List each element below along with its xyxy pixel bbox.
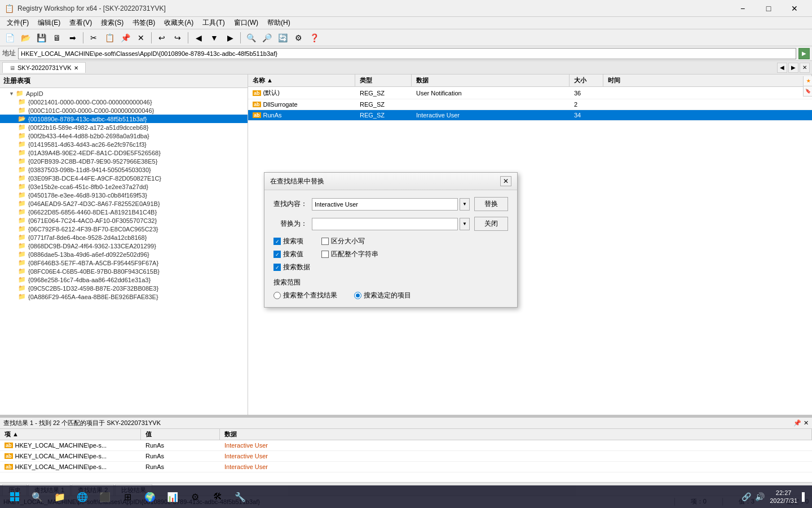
tree-item[interactable]: 📁 {0968e258-16c7-4dba-aa86-462dd61e31a3} <box>0 275 248 284</box>
taskbar-gear[interactable]: ⚙ <box>185 487 205 507</box>
address-input[interactable] <box>18 48 796 59</box>
tree-item[interactable]: 📁 {0A886F29-465A-4aea-8B8E-BE926BFAE83E} <box>0 292 248 301</box>
menu-edit[interactable]: 编辑(E) <box>33 17 65 29</box>
tree-item-selected[interactable]: 📂 {0010890e-8789-413c-adbc-48f5b511b3af} <box>0 115 248 123</box>
tb-delete[interactable]: ✕ <box>134 31 148 45</box>
result-row[interactable]: ab HKEY_LOCAL_MACHINE\pe-s... RunAs Inte… <box>0 451 812 462</box>
value-row-runas[interactable]: ab RunAs REG_SZ Interactive User 34 <box>248 110 812 121</box>
maximize-button[interactable]: □ <box>756 0 782 17</box>
close-dialog-button[interactable]: 关闭 <box>474 217 508 231</box>
close-button[interactable]: ✕ <box>782 0 807 17</box>
taskbar-tool2[interactable]: 🔧 <box>230 487 250 507</box>
tree-item[interactable]: 📁 {020FB939-2C8B-4DB7-9E90-9527966E38E5} <box>0 157 248 165</box>
tb-save[interactable]: 💾 <box>34 31 48 45</box>
checkbox-whole-string[interactable]: 匹配整个字符串 <box>321 249 378 259</box>
tree-item[interactable]: 📁 {0671E064-7C24-4AC0-AF10-0F3055707C32} <box>0 216 248 225</box>
show-desktop-button[interactable]: ▌ <box>802 492 807 501</box>
tb-help[interactable]: ❓ <box>307 31 321 45</box>
taskbar-folders[interactable]: 📁 <box>50 487 70 507</box>
tree-item[interactable]: 📁 {03e15b2e-cca6-451c-8fb0-1e2ee37a27dd} <box>0 182 248 191</box>
tree-item[interactable]: 📁 {00f2b433-44e4-4d88-b2b0-2698a0a91dba} <box>0 132 248 140</box>
tb-forward[interactable]: ➡ <box>65 31 80 45</box>
taskbar-chrome[interactable]: 🌐 <box>72 487 92 507</box>
tb-dropdown[interactable]: ▼ <box>207 31 222 45</box>
start-button[interactable] <box>5 487 25 507</box>
tb-settings[interactable]: ⚙ <box>291 31 306 45</box>
tab-prev-button[interactable]: ◀ <box>777 63 787 73</box>
col-name[interactable]: 名称 ▲ <box>248 75 355 86</box>
tree-item[interactable]: 📁 {0868DC9B-D9A2-4f64-9362-133CEA201299} <box>0 242 248 250</box>
col-size[interactable]: 大小 <box>570 75 603 86</box>
tb-copy[interactable]: 📋 <box>102 31 117 45</box>
result-row[interactable]: ab HKEY_LOCAL_MACHINE\pe-s... RunAs Inte… <box>0 440 812 451</box>
taskbar-terminal[interactable]: ⬛ <box>95 487 115 507</box>
tree-item[interactable]: 📁 {0450178e-e3ee-46d8-9130-c0b84f169f53} <box>0 191 248 199</box>
tb-undo[interactable]: ↩ <box>155 31 169 45</box>
tree-item[interactable]: 📁 {03837503-098b-11d8-9414-505054503030} <box>0 165 248 174</box>
dialog-close-button[interactable]: ✕ <box>500 176 511 186</box>
tb-paste[interactable]: 📌 <box>118 31 133 45</box>
menu-file[interactable]: 文件(F) <box>2 17 33 29</box>
col-data[interactable]: 数据 <box>412 75 570 86</box>
menu-search[interactable]: 搜索(S) <box>96 17 128 29</box>
menu-favorites[interactable]: 收藏夹(A) <box>160 17 198 29</box>
tree-item[interactable]: 📁 {0771f7af-8de6-4bce-9528-2d4a12cb8168} <box>0 233 248 242</box>
checkbox-search-data[interactable]: ✓ 搜索数据 <box>273 262 310 272</box>
tree-item[interactable]: 📁 {00f22b16-589e-4982-a172-a51d9dcceb68} <box>0 123 248 132</box>
tray-volume[interactable]: 🔊 <box>754 491 765 502</box>
tree-item[interactable]: 📁 {0886dae5-13ba-49d6-a6ef-d0922e502d96} <box>0 250 248 259</box>
tb-open[interactable]: 📂 <box>18 31 33 45</box>
tb-new[interactable]: 📄 <box>2 31 17 45</box>
sidebar-star-icon[interactable]: ★ <box>804 76 812 86</box>
col-time[interactable]: 时间 <box>603 75 812 86</box>
col-data[interactable]: 数据 <box>220 429 812 440</box>
tb-refresh[interactable]: 🔄 <box>275 31 290 45</box>
tb-back[interactable]: ◀ <box>191 31 206 45</box>
tree-item[interactable]: 📁 {08FC06E4-C6B5-40BE-97B0-B80F943C615B} <box>0 267 248 275</box>
tree-item[interactable]: 📁 {06C792F8-6212-4F39-BF70-E8C0AC965C23} <box>0 225 248 233</box>
taskbar-search[interactable]: 🔍 <box>27 487 47 507</box>
close-results-button[interactable]: ✕ <box>804 419 809 427</box>
menu-view[interactable]: 查看(V) <box>65 17 96 29</box>
tab-close-button[interactable]: ✕ <box>74 65 78 71</box>
taskbar-registry[interactable]: 🛠 <box>208 487 228 507</box>
main-tab[interactable]: 🖥 SKY-20220731YVK ✕ <box>2 62 86 73</box>
tree-item[interactable]: 📁 {08F646B3-5E7F-4B7A-A5CB-F95445F9F67A} <box>0 259 248 267</box>
tree-item[interactable]: 📁 {03E09F3B-DCE4-44FE-A9CF-82D050827E1C} <box>0 174 248 182</box>
value-row-dllsurrogate[interactable]: ab DllSurrogate REG_SZ 2 <box>248 99 812 110</box>
find-dropdown-button[interactable]: ▼ <box>460 198 470 211</box>
checkbox-case-sensitive[interactable]: 区分大小写 <box>321 237 378 246</box>
tree-item[interactable]: 📁 {01419581-4d63-4d43-ac26-6e2fc976c1f3} <box>0 140 248 148</box>
col-type[interactable]: 类型 <box>355 75 412 86</box>
sidebar-bookmark-icon[interactable]: 🔖 <box>804 86 812 97</box>
find-input[interactable] <box>312 198 458 211</box>
col-value[interactable]: 值 <box>141 429 220 440</box>
scope-selected-items[interactable]: 搜索选定的项目 <box>354 291 411 300</box>
minimize-button[interactable]: − <box>730 0 756 17</box>
pin-icon[interactable]: 📌 <box>793 419 801 427</box>
taskbar-edge[interactable]: 🌍 <box>140 487 160 507</box>
replace-dropdown-button[interactable]: ▼ <box>460 218 470 230</box>
tree-item-root[interactable]: ▼ 📁 AppID <box>0 89 248 98</box>
tree-item[interactable]: 📁 {000C101C-0000-0000-C000-000000000046} <box>0 106 248 115</box>
tb-fwd[interactable]: ▶ <box>223 31 237 45</box>
tab-close-all-button[interactable]: ✕ <box>800 63 810 73</box>
tray-network[interactable]: 🔗 <box>740 491 752 502</box>
scope-all-results[interactable]: 搜索整个查找结果 <box>273 291 337 300</box>
clock[interactable]: 22:27 2022/7/31 <box>770 489 797 505</box>
value-row-default[interactable]: ab (默认) REG_SZ User Notification 36 <box>248 87 812 99</box>
replace-button[interactable]: 替换 <box>474 197 508 211</box>
tb-remote[interactable]: 🖥 <box>50 31 64 45</box>
tree-item[interactable]: 📁 {01A39A4B-90E2-4EDF-8A1C-DD9E5F526568} <box>0 148 248 157</box>
tree-item[interactable]: 📁 {06622D85-6856-4460-8DE1-A81921B41C4B} <box>0 208 248 216</box>
tb-redo[interactable]: ↪ <box>170 31 185 45</box>
col-path[interactable]: 项 ▲ <box>0 429 141 440</box>
replace-input[interactable] <box>312 218 458 230</box>
menu-bookmark[interactable]: 书签(B) <box>128 17 160 29</box>
tab-next-button[interactable]: ▶ <box>788 63 798 73</box>
address-go-button[interactable]: ▶ <box>798 48 810 59</box>
checkbox-search-key[interactable]: ✓ 搜索项 <box>273 237 310 246</box>
menu-help[interactable]: 帮助(H) <box>263 17 295 29</box>
tree-item[interactable]: 📁 {00021401-0000-0000-C000-000000000046} <box>0 98 248 106</box>
result-row[interactable]: ab HKEY_LOCAL_MACHINE\pe-s... RunAs Inte… <box>0 462 812 472</box>
